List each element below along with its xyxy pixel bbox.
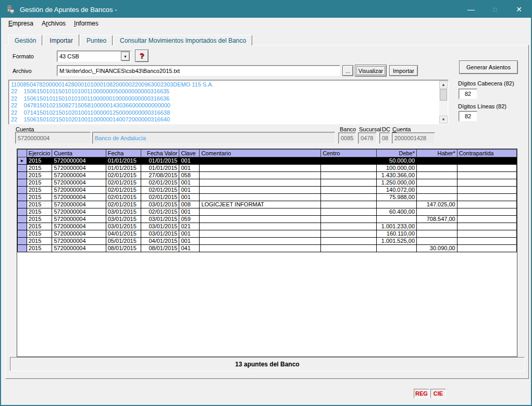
- grid-cell-ejercicio[interactable]: 2015: [27, 208, 52, 216]
- grid-cell-centro[interactable]: [321, 194, 377, 201]
- grid-cell-fecha-valor[interactable]: 03/01/2015: [141, 223, 179, 230]
- grid-cell-haber[interactable]: [417, 157, 457, 165]
- tab-punteo[interactable]: Punteo: [80, 35, 113, 45]
- grid-cell-comentario[interactable]: [200, 230, 321, 238]
- grid-cell-centro[interactable]: [321, 223, 377, 230]
- grid-cell-fecha-valor[interactable]: 03/01/2015: [141, 201, 179, 208]
- row-selector-cell[interactable]: [18, 245, 27, 252]
- maximize-button[interactable]: □: [483, 1, 507, 18]
- row-selector-cell[interactable]: [18, 201, 27, 208]
- grid-cell-fecha[interactable]: 01/01/2015: [106, 157, 141, 165]
- grid-cell-haber[interactable]: 147.025,00: [417, 201, 457, 208]
- grid-row[interactable]: 2015572000000402/01/201502/01/20150011.2…: [18, 179, 517, 187]
- grid-cell-debe[interactable]: 50.000,00: [377, 157, 417, 165]
- grid-cell-centro[interactable]: [321, 216, 377, 223]
- grid-cell-debe[interactable]: 1.430.366,00: [377, 172, 417, 179]
- grid-cell-fecha-valor[interactable]: 01/01/2015: [141, 165, 179, 172]
- grid-row[interactable]: 2015572000000403/01/201503/01/2015059708…: [18, 216, 517, 223]
- tab-gestion[interactable]: Gestión: [8, 35, 42, 45]
- grid-cell-cuenta[interactable]: 5720000004: [52, 238, 106, 245]
- visualizar-button[interactable]: Visualizar: [355, 65, 387, 77]
- generar-asientos-button[interactable]: Generar Asientos: [459, 60, 518, 74]
- grid-cell-clave[interactable]: 001: [179, 187, 200, 194]
- grid-cell-ejercicio[interactable]: 2015: [27, 165, 52, 172]
- grid-cell-haber[interactable]: [417, 208, 457, 216]
- grid-cell-haber[interactable]: [417, 230, 457, 238]
- grid-cell-debe[interactable]: 160.110,00: [377, 230, 417, 238]
- grid-cell-fecha-valor[interactable]: 02/01/2015: [141, 179, 179, 187]
- grid-cell-fecha[interactable]: 01/01/2015: [106, 165, 141, 172]
- archivo-input[interactable]: [57, 65, 340, 76]
- scroll-up-icon[interactable]: ▲: [439, 81, 448, 89]
- grid-cell-centro[interactable]: [321, 230, 377, 238]
- grid-cell-fecha[interactable]: 03/01/2015: [106, 223, 141, 230]
- grid-cell-fecha-valor[interactable]: 08/01/2015: [141, 245, 179, 252]
- grid-cell-comentario[interactable]: [200, 245, 321, 252]
- row-marker-icon[interactable]: ►: [18, 157, 27, 165]
- row-selector-cell[interactable]: [18, 216, 27, 223]
- grid-row[interactable]: 2015572000000408/01/201508/01/201504130.…: [18, 245, 517, 252]
- grid-cell-fecha[interactable]: 08/01/2015: [106, 245, 141, 252]
- grid-cell-haber[interactable]: [417, 223, 457, 230]
- grid-cell-fecha[interactable]: 02/01/2015: [106, 187, 141, 194]
- grid-cell-cuenta[interactable]: 5720000004: [52, 187, 106, 194]
- grid-cell-clave[interactable]: 001: [179, 165, 200, 172]
- grid-cell-fecha-valor[interactable]: 04/01/2015: [141, 238, 179, 245]
- grid-cell-clave[interactable]: 001: [179, 238, 200, 245]
- digitos-cabecera-input[interactable]: [459, 89, 477, 99]
- grid-cell-clave[interactable]: 001: [179, 179, 200, 187]
- grid-cell-comentario[interactable]: [200, 238, 321, 245]
- grid-cell-fecha[interactable]: 02/01/2015: [106, 194, 141, 201]
- grid-cell-clave[interactable]: 021: [179, 223, 200, 230]
- grid-cell-debe[interactable]: 75.988,00: [377, 194, 417, 201]
- grid-cell-debe[interactable]: [377, 216, 417, 223]
- grid-column-header-fecha-valor[interactable]: Fecha Valor: [141, 150, 179, 157]
- grid-column-header-contrapartida[interactable]: Contrapartida: [457, 150, 516, 157]
- grid-cell-contrapartida[interactable]: [457, 238, 516, 245]
- grid-row[interactable]: 2015572000000402/01/201503/01/2015008LOG…: [18, 201, 517, 208]
- grid-cell-clave[interactable]: 041: [179, 245, 200, 252]
- row-selector-cell[interactable]: [18, 230, 27, 238]
- grid-cell-haber[interactable]: [417, 165, 457, 172]
- grid-cell-centro[interactable]: [321, 157, 377, 165]
- menu-item-informes[interactable]: Informes: [70, 18, 103, 29]
- grid-cell-contrapartida[interactable]: [457, 194, 516, 201]
- minimize-button[interactable]: —: [459, 1, 483, 18]
- grid-cell-comentario[interactable]: [200, 165, 321, 172]
- grid-cell-cuenta[interactable]: 5720000004: [52, 179, 106, 187]
- scrollbar-thumb[interactable]: [440, 89, 447, 101]
- grid-column-header-comentario[interactable]: Comentario: [200, 150, 321, 157]
- grid-cell-haber[interactable]: 708.547,00: [417, 216, 457, 223]
- grid-cell-centro[interactable]: [321, 201, 377, 208]
- grid-cell-contrapartida[interactable]: [457, 230, 516, 238]
- grid-column-header-ejercicio[interactable]: Ejercicio: [27, 150, 52, 157]
- grid-cell-ejercicio[interactable]: 2015: [27, 172, 52, 179]
- grid-cell-centro[interactable]: [321, 165, 377, 172]
- grid-cell-cuenta[interactable]: 5720000004: [52, 194, 106, 201]
- grid-cell-cuenta[interactable]: 5720000004: [52, 223, 106, 230]
- grid-cell-ejercicio[interactable]: 2015: [27, 194, 52, 201]
- grid-cell-fecha-valor[interactable]: 03/01/2015: [141, 230, 179, 238]
- grid-cell-ejercicio[interactable]: 2015: [27, 179, 52, 187]
- tab-consultar-movimientos-importados-del-banco[interactable]: Consultar Movimientos Importados del Ban…: [114, 35, 252, 45]
- grid-cell-contrapartida[interactable]: [457, 223, 516, 230]
- grid-cell-centro[interactable]: [321, 172, 377, 179]
- grid-cell-debe[interactable]: 1.001.525,00: [377, 238, 417, 245]
- grid-column-header-clave[interactable]: Clave: [179, 150, 200, 157]
- grid-cell-fecha-valor[interactable]: 03/01/2015: [141, 216, 179, 223]
- grid-cell-clave[interactable]: 001: [179, 194, 200, 201]
- grid-cell-centro[interactable]: [321, 187, 377, 194]
- menu-item-empresa[interactable]: Empresa: [5, 18, 38, 29]
- grid-row[interactable]: ►2015572000000401/01/201501/01/201500150…: [18, 157, 517, 165]
- grid-cell-cuenta[interactable]: 5720000004: [52, 172, 106, 179]
- grid-cell-haber[interactable]: [417, 172, 457, 179]
- grid-cell-comentario[interactable]: [200, 187, 321, 194]
- grid-cell-ejercicio[interactable]: 2015: [27, 157, 52, 165]
- grid-cell-ejercicio[interactable]: 2015: [27, 230, 52, 238]
- grid-column-header-cuenta[interactable]: Cuenta: [52, 150, 106, 157]
- grid-cell-fecha[interactable]: 02/01/2015: [106, 172, 141, 179]
- row-selector-cell[interactable]: [18, 223, 27, 230]
- tab-importar[interactable]: Importar: [43, 34, 79, 46]
- grid-cell-ejercicio[interactable]: 2015: [27, 187, 52, 194]
- grid-cell-fecha-valor[interactable]: 01/01/2015: [141, 157, 179, 165]
